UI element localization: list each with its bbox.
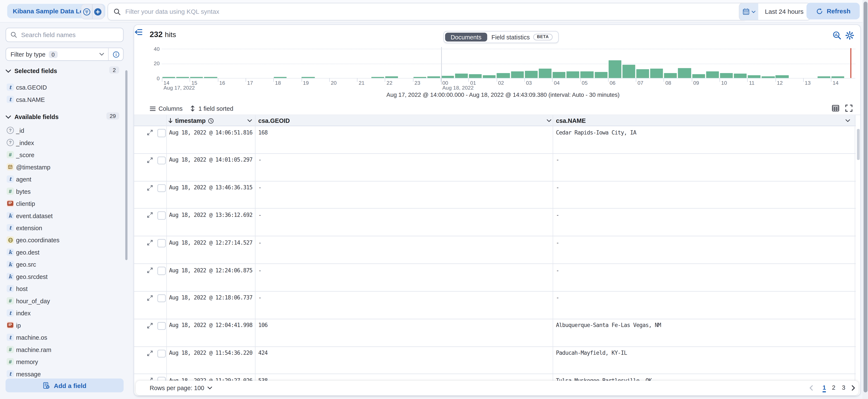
row-checkbox[interactable] — [157, 239, 165, 247]
row-checkbox[interactable] — [157, 377, 165, 380]
cell-csa-geoid[interactable]: - — [258, 157, 261, 163]
page-button-2[interactable]: 2 — [832, 384, 835, 391]
collapse-sidebar-button[interactable] — [134, 28, 143, 37]
field-item-message[interactable]: tmessage — [0, 370, 125, 379]
row-checkbox[interactable] — [157, 184, 165, 192]
cell-csa-name[interactable]: - — [556, 184, 559, 190]
gear-icon[interactable] — [845, 31, 854, 40]
tab-field-statistics[interactable]: Field statistics BETA — [487, 34, 557, 41]
kql-search-input[interactable]: Filter your data using KQL syntax — [107, 3, 747, 21]
cell-csa-geoid[interactable]: 424 — [258, 350, 268, 356]
row-checkbox[interactable] — [157, 350, 165, 358]
expand-row-icon[interactable] — [147, 295, 153, 301]
cell-timestamp[interactable]: Aug 18, 2022 @ 13:46:36.315 — [169, 184, 252, 190]
cell-csa-geoid[interactable]: 538 — [258, 377, 268, 381]
row-checkbox[interactable] — [157, 322, 165, 330]
field-item-machine.os[interactable]: tmachine.os — [0, 333, 125, 342]
page-button-1[interactable]: 1 — [823, 384, 826, 392]
refresh-button[interactable]: Refresh — [807, 3, 860, 19]
field-search-input[interactable]: Search field names — [5, 28, 124, 42]
field-filters-info-button[interactable] — [109, 51, 123, 58]
cell-csa-name[interactable]: Cedar Rapids-Iowa City, IA — [556, 129, 636, 135]
cell-csa-name[interactable]: - — [556, 239, 559, 246]
tab-documents[interactable]: Documents — [445, 33, 487, 41]
field-item-agent[interactable]: tagent — [0, 175, 125, 184]
field-item-geo.srcdest[interactable]: kgeo.srcdest — [0, 272, 125, 282]
field-item-geo.src[interactable]: kgeo.src — [0, 260, 125, 269]
cell-csa-name[interactable]: - — [556, 212, 559, 218]
field-item-host[interactable]: thost — [0, 285, 125, 294]
field-item-bytes[interactable]: #bytes — [0, 187, 125, 196]
column-header-timestamp[interactable]: timestamp — [168, 117, 214, 124]
cell-timestamp[interactable]: Aug 18, 2022 @ 12:18:06.737 — [169, 295, 252, 301]
field-item-geo.dest[interactable]: kgeo.dest — [0, 248, 125, 257]
expand-row-icon[interactable] — [147, 267, 153, 273]
saved-query-filter-button[interactable] — [82, 4, 92, 19]
cell-csa-name[interactable]: Tulsa-Muskogee-Bartlesville, OK — [556, 377, 652, 381]
field-item-csa.GEOID[interactable]: tcsa.GEOID — [0, 83, 125, 92]
cell-csa-name[interactable]: - — [556, 157, 559, 163]
fullscreen-icon[interactable] — [845, 104, 854, 113]
cell-csa-geoid[interactable]: 106 — [258, 322, 268, 328]
expand-row-icon[interactable] — [147, 129, 153, 136]
expand-row-icon[interactable] — [147, 377, 153, 381]
rows-per-page-button[interactable]: Rows per page: 100 — [150, 385, 213, 391]
sort-fields-button[interactable]: 1 field sorted — [190, 105, 234, 111]
cell-csa-name[interactable]: Paducah-Mayfield, KY-IL — [556, 350, 627, 356]
column-actions-chevron[interactable] — [845, 119, 850, 123]
cell-timestamp[interactable]: Aug 18, 2022 @ 11:54:36.220 — [169, 350, 252, 356]
field-item-_id[interactable]: ?_id — [0, 126, 125, 136]
add-field-button[interactable]: Add a field — [5, 378, 124, 392]
row-checkbox[interactable] — [157, 267, 165, 275]
cell-timestamp[interactable]: Aug 18, 2022 @ 12:04:41.998 — [169, 322, 252, 328]
column-header-name[interactable]: csa.NAME — [556, 117, 586, 124]
expand-row-icon[interactable] — [147, 240, 153, 246]
column-header-geoid[interactable]: csa.GEOID — [258, 117, 290, 124]
time-range-display[interactable]: Last 24 hours — [758, 3, 810, 20]
row-checkbox[interactable] — [157, 294, 165, 302]
field-item-memory[interactable]: #memory — [0, 358, 125, 367]
table-scrollbar[interactable] — [857, 129, 860, 160]
cell-timestamp[interactable]: Aug 18, 2022 @ 12:27:14.527 — [169, 239, 252, 246]
page-scrollbar[interactable] — [863, 2, 867, 393]
cell-csa-geoid[interactable]: 168 — [258, 129, 268, 135]
cell-csa-name[interactable]: - — [556, 267, 559, 273]
column-actions-chevron[interactable] — [547, 119, 552, 123]
section-header-available-fields[interactable]: Available fields29 — [5, 112, 124, 121]
cell-csa-geoid[interactable]: - — [258, 184, 261, 190]
date-picker-calendar-button[interactable] — [739, 3, 758, 20]
page-button-3[interactable]: 3 — [842, 384, 845, 391]
field-item-index[interactable]: tindex — [0, 309, 125, 318]
row-checkbox[interactable] — [157, 129, 165, 137]
page-prev-icon[interactable] — [809, 385, 813, 391]
cell-csa-geoid[interactable]: - — [258, 212, 261, 218]
page-next-icon[interactable] — [851, 385, 855, 391]
display-options-icon[interactable] — [831, 104, 840, 113]
section-header-selected-fields[interactable]: Selected fields2 — [5, 67, 124, 75]
cell-timestamp[interactable]: Aug 18, 2022 @ 13:36:12.692 — [169, 212, 252, 218]
sidebar-scrollbar[interactable] — [125, 70, 127, 260]
row-checkbox[interactable] — [157, 157, 165, 165]
cell-timestamp[interactable]: Aug 18, 2022 @ 14:01:05.297 — [169, 157, 252, 163]
field-item-extension[interactable]: textension — [0, 224, 125, 233]
field-item-geo.coordinates[interactable]: geo.coordinates — [0, 236, 125, 245]
field-item-machine.ram[interactable]: #machine.ram — [0, 345, 125, 355]
columns-button[interactable]: Columns — [150, 105, 182, 111]
cell-csa-name[interactable]: - — [556, 295, 559, 301]
expand-row-icon[interactable] — [147, 157, 153, 163]
cell-csa-geoid[interactable]: - — [258, 295, 261, 301]
cell-timestamp[interactable]: Aug 18, 2022 @ 11:29:27.026 — [169, 377, 252, 381]
filter-by-type-select[interactable]: Filter by type 0 — [5, 48, 124, 61]
column-actions-chevron[interactable] — [247, 119, 252, 123]
field-item-_index[interactable]: ?_index — [0, 138, 125, 147]
cell-timestamp[interactable]: Aug 18, 2022 @ 14:06:51.816 — [169, 129, 252, 135]
row-checkbox[interactable] — [157, 211, 165, 220]
field-item-_score[interactable]: #_score — [0, 151, 125, 160]
field-item-csa.NAME[interactable]: tcsa.NAME — [0, 95, 125, 104]
field-item-event.dataset[interactable]: kevent.dataset — [0, 211, 125, 221]
field-item-hour_of_day[interactable]: #hour_of_day — [0, 297, 125, 306]
expand-row-icon[interactable] — [147, 185, 153, 191]
cell-timestamp[interactable]: Aug 18, 2022 @ 12:24:06.875 — [169, 267, 252, 273]
cell-csa-name[interactable]: Albuquerque-Santa Fe-Las Vegas, NM — [556, 322, 661, 328]
field-item-clientip[interactable]: IPclientip — [0, 199, 125, 209]
